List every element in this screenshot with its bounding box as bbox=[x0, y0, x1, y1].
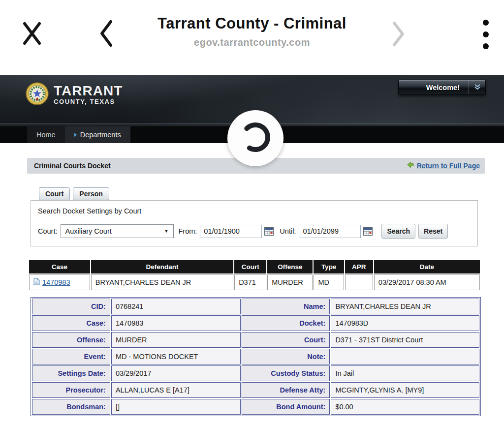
docket-content: Criminal Courts Docket Return to Full Pa… bbox=[27, 158, 485, 416]
logo-text: TARRANT COUNTY, TEXAS bbox=[54, 84, 123, 105]
defense-atty-value: MCGINTY,GLYNIS A. [MY9] bbox=[331, 382, 479, 398]
nav-home-label: Home bbox=[36, 131, 56, 139]
nav-arrow-icon bbox=[74, 133, 77, 137]
until-label: Until: bbox=[280, 227, 296, 235]
until-date-input[interactable] bbox=[299, 225, 361, 238]
until-calendar-button[interactable] bbox=[363, 227, 373, 236]
name-value: BRYANT,CHARLES DEAN JR bbox=[331, 299, 479, 314]
detail-row-offense-court: Offense: MURDER Court: D371 - 371ST Dist… bbox=[32, 332, 479, 348]
welcome-button[interactable]: Welcome! bbox=[398, 80, 486, 95]
col-type: Type bbox=[314, 260, 344, 273]
defendant-cell: BRYANT,CHARLES DEAN JR bbox=[91, 274, 233, 290]
page-title: Tarrant County - Criminal bbox=[129, 15, 375, 32]
county-seal-icon bbox=[26, 82, 49, 107]
search-button[interactable]: Search bbox=[381, 224, 415, 239]
calendar-icon bbox=[264, 230, 274, 237]
nav-item-departments[interactable]: Departments bbox=[65, 126, 130, 143]
court-select-value: Auxiliary Court bbox=[65, 227, 112, 235]
results-header-row: Case Defendant Court Offense Type APR Da… bbox=[29, 260, 480, 273]
cid-value: 0768241 bbox=[111, 299, 241, 314]
page-title-block: Tarrant County - Criminal egov.tarrantco… bbox=[129, 15, 375, 48]
note-value bbox=[331, 349, 479, 364]
detail-row-event-note: Event: MD - MOTIONS DOCKET Note: bbox=[32, 349, 479, 364]
note-label: Note: bbox=[242, 349, 330, 364]
court-select[interactable]: Auxiliary Court ▼ bbox=[61, 224, 174, 238]
search-panel: Search Docket Settings by Court Court: A… bbox=[31, 200, 478, 246]
nav-departments-label: Departments bbox=[80, 131, 121, 139]
event-label: Event: bbox=[32, 349, 110, 364]
defense-atty-label: Defense Atty: bbox=[242, 382, 330, 398]
col-court: Court bbox=[234, 260, 266, 273]
cid-label: CID: bbox=[32, 299, 110, 314]
county-logo[interactable]: TARRANT COUNTY, TEXAS bbox=[26, 82, 123, 107]
green-left-arrow-icon bbox=[407, 161, 414, 170]
bond-amount-value: $0.00 bbox=[331, 399, 479, 415]
case-cell: 1470983 bbox=[29, 274, 90, 290]
reset-button[interactable]: Reset bbox=[418, 224, 448, 239]
logo-county-name: TARRANT bbox=[54, 84, 123, 98]
close-tab-button[interactable] bbox=[21, 20, 43, 48]
case-number: 1470983 bbox=[42, 278, 70, 286]
col-case: Case bbox=[29, 260, 90, 273]
welcome-dropdown-toggle[interactable] bbox=[469, 80, 485, 94]
detail-row-settings-custody: Settings Date: 03/29/2017 Custody Status… bbox=[32, 365, 479, 381]
detail-row-prosecutor-defense: Prosecutor: ALLAN,LUCAS E [A17] Defense … bbox=[32, 382, 479, 398]
forward-button[interactable] bbox=[392, 21, 406, 49]
search-form-row: Court: Auxiliary Court ▼ From: Until: bbox=[38, 224, 477, 239]
col-date: Date bbox=[374, 260, 480, 273]
bond-amount-label: Bond Amount: bbox=[242, 399, 330, 415]
case-label: Case: bbox=[32, 315, 110, 331]
offense-cell: MURDER bbox=[267, 274, 313, 290]
return-to-full-page[interactable]: Return to Full Page bbox=[407, 161, 480, 170]
return-link[interactable]: Return to Full Page bbox=[417, 162, 480, 170]
prosecutor-value: ALLAN,LUCAS E [A17] bbox=[111, 382, 241, 398]
browser-topbar: Tarrant County - Criminal egov.tarrantco… bbox=[0, 0, 504, 75]
detail-row-cid-name: CID: 0768241 Name: BRYANT,CHARLES DEAN J… bbox=[32, 299, 479, 314]
tab-person[interactable]: Person bbox=[73, 187, 109, 200]
logo-county-state: COUNTY, TEXAS bbox=[54, 98, 123, 105]
col-defendant: Defendant bbox=[91, 260, 233, 273]
tab-court[interactable]: Court bbox=[39, 187, 70, 200]
col-offense: Offense bbox=[267, 260, 313, 273]
settings-date-label: Settings Date: bbox=[32, 365, 110, 381]
search-heading: Search Docket Settings by Court bbox=[38, 207, 477, 215]
section-title: Criminal Courts Docket bbox=[34, 162, 111, 170]
docket-value: 1470983D bbox=[331, 315, 479, 331]
apr-cell bbox=[345, 274, 373, 290]
results-table: Case Defendant Court Offense Type APR Da… bbox=[28, 259, 481, 291]
forward-arrow-icon bbox=[392, 41, 406, 49]
case-detail-table: CID: 0768241 Name: BRYANT,CHARLES DEAN J… bbox=[31, 297, 481, 416]
custody-status-value: In Jail bbox=[331, 365, 479, 381]
close-icon bbox=[21, 40, 43, 48]
document-icon bbox=[33, 278, 40, 287]
detail-row-bondsman-bond: Bondsman: [] Bond Amount: $0.00 bbox=[32, 399, 479, 415]
back-button[interactable] bbox=[98, 19, 113, 50]
court-label: Court: bbox=[38, 227, 58, 235]
name-label: Name: bbox=[242, 299, 330, 314]
col-apr: APR bbox=[345, 260, 373, 273]
table-row: 1470983 BRYANT,CHARLES DEAN JR D371 MURD… bbox=[29, 274, 480, 290]
kebab-menu-icon bbox=[482, 46, 489, 54]
from-calendar-button[interactable] bbox=[264, 227, 274, 236]
court-label: Court: bbox=[242, 332, 330, 348]
event-value: MD - MOTIONS DOCKET bbox=[111, 349, 241, 364]
case-value: 1470983 bbox=[111, 315, 241, 331]
court-value: D371 - 371ST District Court bbox=[331, 332, 479, 348]
bondsman-label: Bondsman: bbox=[32, 399, 110, 415]
search-mode-tabs: Court Person bbox=[39, 187, 485, 200]
overflow-menu-button[interactable] bbox=[482, 17, 489, 54]
calendar-icon bbox=[363, 230, 373, 237]
offense-label: Offense: bbox=[32, 332, 110, 348]
bondsman-value: [] bbox=[111, 399, 241, 415]
type-cell: MD bbox=[314, 274, 344, 290]
nav-item-home[interactable]: Home bbox=[27, 126, 65, 143]
detail-row-case-docket: Case: 1470983 Docket: 1470983D bbox=[32, 315, 479, 331]
page-url: egov.tarrantcounty.com bbox=[129, 37, 375, 48]
docket-label: Docket: bbox=[242, 315, 330, 331]
back-arrow-icon bbox=[98, 42, 113, 50]
case-number-link[interactable]: 1470983 bbox=[33, 278, 70, 287]
date-cell: 03/29/2017 08:30 AM bbox=[374, 274, 480, 290]
from-date-input[interactable] bbox=[200, 225, 262, 238]
welcome-label: Welcome! bbox=[399, 80, 469, 94]
select-caret-icon: ▼ bbox=[164, 229, 169, 234]
